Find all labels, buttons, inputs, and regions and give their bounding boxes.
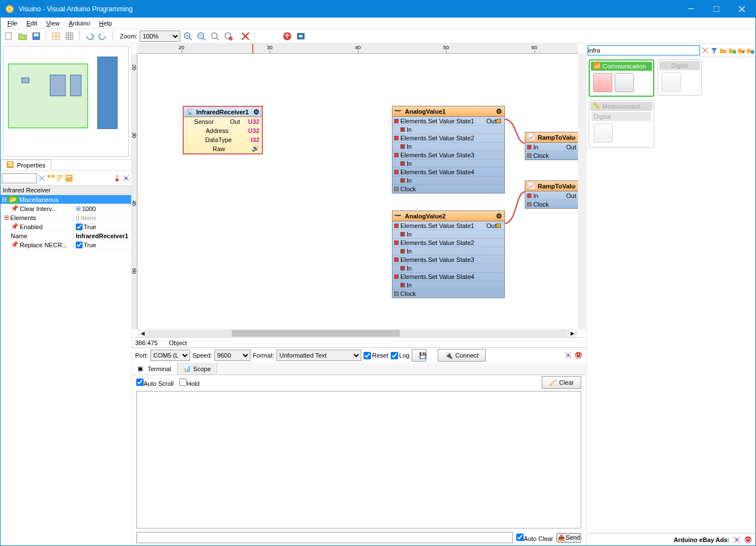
log-checkbox[interactable]: Log	[391, 352, 409, 359]
ads-settings-icon[interactable]	[733, 536, 741, 544]
property-row[interactable]: 📌Replace NECR...True	[1, 240, 131, 250]
format-select[interactable]: Unformatted Text	[277, 350, 361, 361]
component-pin-row[interactable]: Elements.Set Value State1Out	[392, 221, 504, 230]
menu-arduino[interactable]: Arduino	[64, 19, 94, 28]
save-button[interactable]	[30, 30, 42, 42]
property-row[interactable]: 📌Clear Interv...⊞1000	[1, 204, 131, 213]
folder2-icon[interactable]	[728, 46, 736, 54]
folder4-icon[interactable]	[746, 46, 754, 54]
clear-search-icon[interactable]	[701, 46, 709, 54]
gear-icon[interactable]: ⚙	[496, 212, 502, 220]
menu-file[interactable]: File	[3, 19, 22, 28]
component-pin-row[interactable]: Clock	[392, 289, 504, 298]
grid-snap-button[interactable]	[50, 30, 62, 42]
horizontal-scrollbar[interactable]: ◄►	[137, 329, 578, 337]
serial-output[interactable]	[136, 391, 581, 528]
component-ir-receiver[interactable]: 📡InfraredReceiver1⚙ SensorOutU32 Address…	[183, 106, 263, 154]
palette-search-input[interactable]	[587, 45, 700, 55]
autoclear-checkbox[interactable]: Auto Clear	[516, 534, 553, 542]
component-pin-row[interactable]: In	[392, 125, 504, 134]
delete-button[interactable]	[239, 30, 252, 42]
component-pin-row[interactable]: In	[392, 281, 504, 289]
component-pin-row[interactable]: In	[392, 142, 504, 151]
prop-cat-icon[interactable]	[65, 174, 73, 182]
collapse-icon[interactable]: ⊟	[2, 196, 7, 203]
reset-checkbox[interactable]: Reset	[364, 352, 388, 359]
serial-send-input[interactable]	[136, 532, 513, 543]
palette-item[interactable]	[594, 123, 613, 143]
vertical-scrollbar[interactable]	[578, 54, 586, 329]
property-value[interactable]: InfraredReceiver1	[76, 233, 128, 239]
component-analog-value-2[interactable]: 〰AnalogValue2⚙ Elements.Set Value State1…	[392, 210, 505, 298]
zoom-reset-button[interactable]	[222, 30, 235, 42]
property-checkbox[interactable]	[76, 242, 83, 248]
hold-checkbox[interactable]: Hold	[179, 379, 200, 387]
minimize-button[interactable]	[678, 1, 703, 17]
folder1-icon[interactable]	[719, 46, 727, 54]
properties-filter-input[interactable]	[2, 173, 37, 183]
serial-settings-icon[interactable]	[564, 351, 572, 359]
prop-clear-icon[interactable]	[38, 174, 46, 182]
menu-view[interactable]: View	[42, 19, 64, 28]
close-button[interactable]	[729, 1, 754, 17]
send-button[interactable]: 📤Send	[556, 533, 581, 543]
component-pin-row[interactable]: In	[392, 159, 504, 167]
component-pin-row[interactable]: In	[392, 247, 504, 255]
zoom-out-button[interactable]	[195, 30, 208, 42]
port-select[interactable]: COM5 (L	[150, 350, 190, 361]
upload-button[interactable]	[281, 30, 293, 42]
clear-button[interactable]: 🧹Clear	[542, 376, 581, 389]
component-pin-row[interactable]: Elements.Set Value State3	[392, 255, 504, 264]
menu-edit[interactable]: Edit	[22, 19, 42, 28]
component-pin-row[interactable]: Elements.Set Value State4	[392, 167, 504, 176]
terminal-tab[interactable]: ▣Terminal	[132, 363, 178, 375]
properties-tab[interactable]: Properties	[1, 160, 51, 170]
component-pin-row[interactable]: In	[392, 230, 504, 238]
redo-button[interactable]	[97, 30, 109, 42]
component-pin-row[interactable]: Elements.Set Value State2	[392, 134, 504, 142]
prop-pin-icon[interactable]	[113, 174, 121, 182]
component-pin-row[interactable]: In	[392, 176, 504, 184]
property-value[interactable]: 0 Items	[76, 214, 96, 221]
undo-button[interactable]	[83, 30, 96, 42]
canvas[interactable]: 📡InfraredReceiver1⚙ SensorOutU32 Address…	[137, 54, 578, 329]
palette-item[interactable]	[615, 73, 634, 92]
scope-tab[interactable]: 📊Scope	[178, 363, 217, 375]
filter-icon[interactable]	[710, 46, 718, 54]
ads-power-icon[interactable]	[744, 536, 752, 544]
speed-select[interactable]: 9600	[214, 350, 250, 361]
component-ramp-1[interactable]: 📈RampToValue InOut Clock	[525, 132, 578, 160]
gear-icon[interactable]: ⚙	[253, 108, 260, 116]
palette-item[interactable]	[662, 72, 681, 92]
component-analog-value-1[interactable]: 〰AnalogValue1⚙ Elements.Set Value State1…	[392, 106, 505, 194]
grid-button[interactable]	[63, 30, 76, 42]
property-row[interactable]: ⊟📂Miscellaneous	[1, 195, 131, 204]
property-value[interactable]: 1000	[82, 205, 96, 212]
overview-panel[interactable]	[1, 44, 131, 160]
menu-help[interactable]: Help	[94, 19, 116, 28]
zoom-select[interactable]: 100%	[140, 31, 180, 42]
property-row[interactable]: NameInfraredReceiver1	[1, 231, 131, 240]
maximize-button[interactable]	[703, 1, 729, 17]
autoscroll-checkbox[interactable]: Auto Scroll	[136, 379, 174, 387]
component-pin-row[interactable]: Clock	[392, 184, 504, 193]
prop-settings-icon[interactable]	[122, 174, 130, 182]
component-pin-row[interactable]: Elements.Set Value State2	[392, 238, 504, 247]
component-pin-row[interactable]: Elements.Set Value State4	[392, 272, 504, 281]
property-checkbox[interactable]	[76, 223, 83, 230]
folder3-icon[interactable]	[737, 46, 745, 54]
property-row[interactable]: ⊞Elements0 Items	[1, 213, 131, 222]
component-ramp-2[interactable]: 📈RampToValue InOut Clock	[525, 180, 578, 209]
prop-group-icon[interactable]	[47, 174, 55, 182]
zoom-fit-button[interactable]	[209, 30, 221, 42]
component-pin-row[interactable]: Elements.Set Value State1Out	[392, 117, 504, 125]
zoom-in-button[interactable]	[182, 30, 194, 42]
gear-icon[interactable]: ⚙	[496, 108, 502, 115]
serial-power-icon[interactable]	[574, 351, 582, 359]
component-pin-row[interactable]: In	[392, 264, 504, 272]
component-pin-row[interactable]: Elements.Set Value State3	[392, 151, 504, 159]
palette-item[interactable]	[593, 73, 612, 92]
log-file-button[interactable]: 💾	[412, 349, 426, 362]
new-button[interactable]	[3, 30, 15, 42]
connect-button[interactable]: 🔌Connect	[438, 349, 486, 362]
